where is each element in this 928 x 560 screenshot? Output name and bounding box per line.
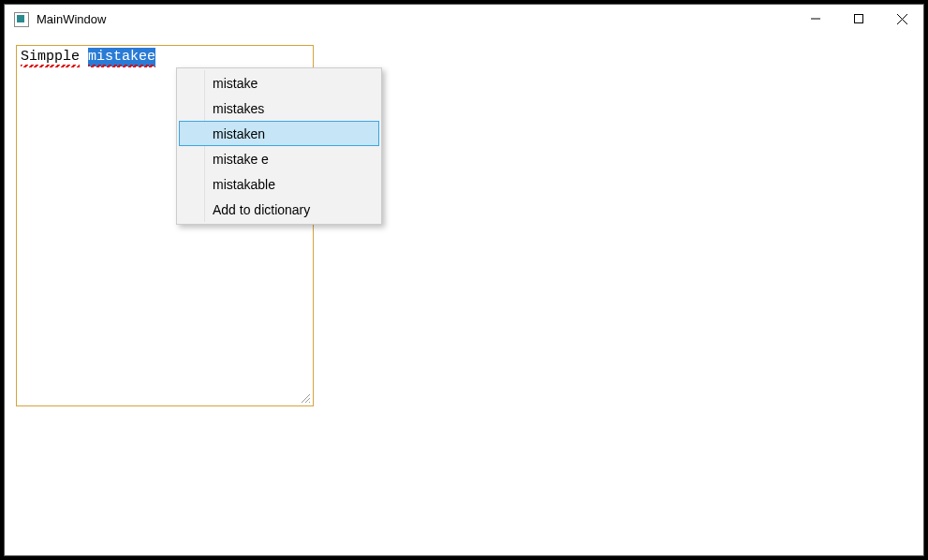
suggestion-item[interactable]: mistake (179, 70, 379, 96)
suggestion-item[interactable]: mistakes (179, 96, 379, 121)
svg-rect-1 (855, 15, 863, 23)
resize-grip-icon[interactable] (300, 392, 311, 404)
window-frame: MainWindow Simpple mistakee (4, 4, 924, 556)
suggestion-item[interactable]: mistakable (179, 171, 379, 197)
titlebar[interactable]: MainWindow (5, 5, 923, 34)
window-title: MainWindow (37, 12, 106, 26)
client-area: Simpple mistakee (5, 34, 923, 418)
window-controls (794, 5, 923, 33)
svg-line-4 (302, 394, 310, 403)
svg-line-6 (309, 402, 310, 403)
minimize-button[interactable] (794, 5, 837, 33)
app-icon (14, 12, 29, 27)
add-to-dictionary-item[interactable]: Add to dictionary (179, 197, 379, 222)
spellcheck-context-menu: mistake mistakes mistaken mistake e mist… (176, 67, 382, 225)
maximize-button[interactable] (837, 5, 880, 33)
selected-misspelled-word[interactable]: mistakee (88, 48, 155, 66)
close-button[interactable] (880, 5, 923, 33)
misspelled-word[interactable]: Simpple (21, 48, 80, 66)
suggestion-item[interactable]: mistake e (179, 146, 379, 171)
suggestion-item-highlighted[interactable]: mistaken (179, 121, 379, 146)
